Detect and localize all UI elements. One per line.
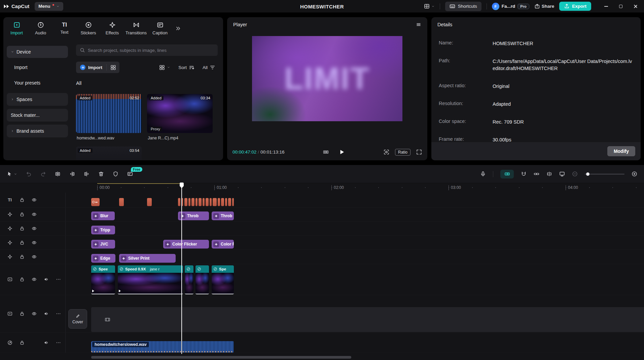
tab-audio[interactable]: Audio — [29, 22, 52, 35]
focus-icon[interactable] — [384, 149, 389, 155]
video-clip[interactable]: Spee — [91, 265, 115, 294]
audio-track-icon[interactable] — [4, 340, 16, 345]
text-clip[interactable] — [188, 198, 190, 206]
export-button[interactable]: Export — [559, 2, 591, 11]
trim-right-icon[interactable] — [84, 171, 90, 177]
track-lane[interactable]: EdgeSilver Print — [91, 254, 644, 263]
text-clip[interactable] — [228, 198, 231, 206]
effect-clip[interactable]: JVC — [91, 240, 115, 249]
eye-icon[interactable] — [28, 226, 40, 231]
frame-view-icon[interactable] — [323, 149, 329, 155]
text-clip[interactable] — [221, 198, 224, 206]
media-item[interactable]: Added03:54 — [76, 146, 142, 160]
snap-icon[interactable] — [521, 171, 527, 177]
trim-left-icon[interactable] — [69, 171, 75, 177]
playhead[interactable] — [181, 183, 182, 354]
track-lane[interactable]: homesdwitcherslowed.wav — [91, 341, 644, 353]
ratio-button[interactable]: Ratio — [395, 149, 410, 156]
fx-track-icon[interactable] — [4, 254, 16, 259]
link-clips-icon[interactable] — [534, 171, 539, 177]
fx-track-icon[interactable] — [4, 212, 16, 217]
video-clip[interactable] — [185, 265, 193, 294]
effect-clip[interactable]: Throb — [178, 211, 209, 220]
more-icon[interactable] — [52, 277, 64, 282]
timeline-scrollbar[interactable] — [91, 356, 641, 359]
sidebar-item-stock-mater[interactable]: Stock mater... — [7, 109, 68, 122]
tab-effects[interactable]: Effects — [100, 22, 124, 35]
minimize-button[interactable] — [601, 1, 611, 11]
timeline-ruler[interactable]: 00:0001:0002:0003:0004:00 — [91, 183, 644, 193]
text-clip[interactable] — [206, 198, 209, 206]
select-tool-button[interactable] — [7, 171, 17, 177]
lock-icon[interactable] — [16, 340, 28, 345]
eye-icon[interactable] — [28, 277, 40, 282]
lock-icon[interactable] — [16, 240, 28, 245]
import-browse-button[interactable] — [107, 62, 119, 73]
maximize-button[interactable] — [616, 1, 626, 11]
delete-icon[interactable] — [98, 171, 104, 177]
media-item[interactable]: Added03:34ProxyJane R...C).mp4 — [147, 94, 213, 142]
lock-icon[interactable] — [16, 226, 28, 231]
video-preview[interactable]: LIMIT — [252, 36, 402, 121]
eye-icon[interactable] — [28, 240, 40, 245]
fx-track-icon[interactable] — [4, 226, 16, 231]
text-clip[interactable] — [91, 198, 100, 206]
track-lane[interactable] — [91, 198, 644, 206]
text-clip[interactable] — [203, 198, 205, 206]
lock-icon[interactable] — [16, 212, 28, 217]
mark-icon[interactable] — [113, 171, 118, 177]
modify-button[interactable]: Modify — [607, 146, 635, 156]
preview-monitor-icon[interactable] — [559, 171, 565, 177]
text-clip[interactable] — [199, 198, 202, 206]
effect-clip[interactable]: Color Flicker — [163, 240, 209, 249]
speaker-icon[interactable] — [40, 340, 52, 345]
menu-button[interactable]: Menu — [35, 2, 63, 11]
sidebar-item-device[interactable]: Device — [7, 46, 68, 58]
lock-icon[interactable] — [16, 254, 28, 259]
main-track-magnet-button[interactable] — [500, 170, 514, 178]
tab-caption[interactable]: Caption — [148, 22, 172, 35]
caption-edit-tool[interactable]: Free — [127, 171, 133, 177]
track-lane[interactable]: BlurThrobThrob — [91, 211, 644, 220]
shortcuts-button[interactable]: Shortcuts — [445, 2, 481, 11]
search-input[interactable] — [88, 48, 214, 53]
more-tabs-button[interactable] — [172, 26, 184, 31]
text-clip[interactable] — [191, 198, 194, 206]
fullscreen-icon[interactable] — [416, 149, 422, 155]
video-track-icon[interactable] — [4, 311, 16, 316]
workspace-layout-button[interactable] — [424, 3, 435, 9]
sidebar-item-spaces[interactable]: Spaces — [7, 93, 68, 106]
zoom-in-icon[interactable] — [632, 171, 637, 177]
tab-stickers[interactable]: Stickers — [76, 22, 100, 35]
text-clip[interactable] — [225, 198, 227, 206]
undo-icon[interactable] — [26, 171, 32, 177]
audio-clip[interactable]: homesdwitcherslowed.wav — [91, 341, 234, 353]
filter-button[interactable]: All — [200, 62, 218, 73]
tab-text[interactable]: TIText — [52, 22, 76, 35]
track-lane[interactable] — [91, 307, 644, 332]
sidebar-item-import[interactable]: Import — [7, 61, 68, 73]
fx-track-icon[interactable] — [4, 240, 16, 245]
sidebar-item-brand-assets[interactable]: Brand assets — [7, 125, 68, 137]
player-menu-icon[interactable] — [416, 22, 421, 27]
ripple-edit-icon[interactable] — [546, 171, 552, 177]
eye-icon[interactable] — [28, 254, 40, 259]
text-clip[interactable] — [232, 198, 234, 206]
speaker-icon[interactable] — [40, 277, 52, 282]
lock-icon[interactable] — [16, 197, 28, 202]
more-icon[interactable] — [52, 311, 64, 316]
text-clip[interactable] — [213, 198, 217, 206]
split-icon[interactable] — [55, 171, 61, 177]
speaker-icon[interactable] — [40, 311, 52, 316]
text-track-icon[interactable]: TI — [4, 197, 16, 202]
effect-clip[interactable]: Throb — [212, 211, 234, 220]
video-clip[interactable]: Speed 0.9Xjane r — [118, 265, 183, 294]
track-lane[interactable]: JVCColor FlickerColor Flicker — [91, 240, 644, 249]
effect-clip[interactable]: Color Flicker — [212, 240, 234, 249]
zoom-out-icon[interactable] — [572, 171, 578, 177]
close-button[interactable] — [631, 1, 641, 11]
text-clip[interactable] — [119, 198, 124, 206]
import-button[interactable]: Import — [76, 62, 106, 73]
account-menu[interactable]: F Fa...rd Pro — [492, 3, 529, 10]
zoom-slider-knob[interactable] — [586, 172, 589, 176]
